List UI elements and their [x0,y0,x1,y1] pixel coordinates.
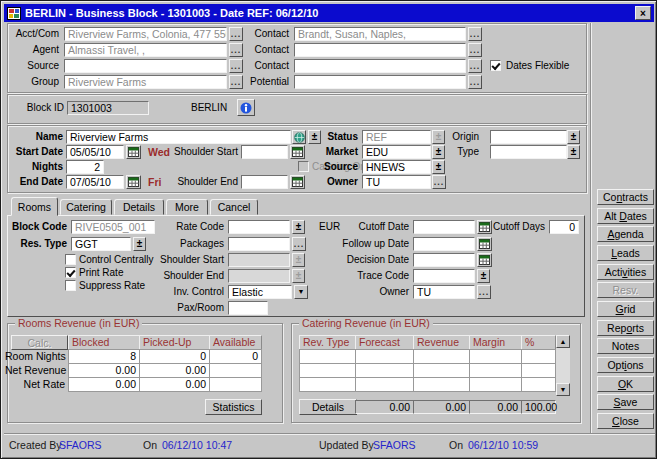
contact2-field[interactable] [294,43,466,57]
cutoff-date-field[interactable] [413,220,475,234]
acct-com-label: Acct/Com [5,27,59,41]
tab-more[interactable]: More [166,199,208,215]
contact1-lov-button[interactable]: ... [468,27,482,41]
acct-com-field: Riverview Farms, Colonia, 477 550-38 [64,27,227,41]
column-header-margin: Margin [469,335,522,350]
source-field[interactable] [64,59,227,73]
market-field[interactable]: EDU [362,145,431,159]
suppress-rate-checkbox[interactable] [65,280,76,291]
ellipsis-icon: ... [434,178,445,186]
rate-code-field[interactable] [228,220,290,234]
shoulder-end-field[interactable] [241,175,288,189]
contact3-lov-button[interactable]: ... [468,59,482,73]
follow-up-date-calendar-button[interactable] [477,237,492,251]
owner-field[interactable]: TU [362,175,431,189]
group-label: Group [5,75,59,89]
inv-control-combo-button[interactable]: ▼ [294,285,308,299]
decision-date-calendar-button[interactable] [477,253,492,267]
end-date-field[interactable]: 07/05/10 [66,175,124,189]
pax-room-field[interactable] [228,301,268,315]
column-header-revenue: Revenue [413,335,470,350]
shoulder-start-field[interactable] [241,145,288,159]
name-field[interactable]: Riverview Farms [66,130,291,144]
leads-button[interactable]: Leads [597,245,654,261]
forecast-total: 0.00 [355,400,414,414]
follow-up-date-field[interactable] [413,237,475,251]
tab-catering[interactable]: Catering [60,199,112,215]
owner-label: Owner [319,175,358,189]
packages-field[interactable] [228,237,290,251]
nights-label: Nights [9,160,63,174]
potential-field[interactable] [294,75,466,89]
packages-lov-button[interactable]: ... [292,237,306,251]
agenda-button[interactable]: Agenda [597,226,654,242]
potential-lov-button[interactable]: ... [468,75,482,89]
trace-code-dropdown-button[interactable]: ± [477,269,490,283]
end-date-calendar-button[interactable] [126,175,141,189]
dropdown-icon: ± [436,163,442,171]
type-field[interactable] [490,145,567,159]
scroll-down-button[interactable]: ▼ [556,383,570,396]
owner2-label: Owner [336,285,409,299]
title-bar[interactable]: BERLIN - Business Block - 1301003 - Date… [4,4,654,22]
business-block-window: BERLIN - Business Block - 1301003 - Date… [0,0,657,459]
inv-control-field[interactable]: Elastic [228,285,292,299]
contact1-field: Brandt, Susan, Naples, [294,27,466,41]
end-date-label: End Date [9,175,63,189]
decision-date-field[interactable] [413,253,475,267]
origin-dropdown-button[interactable]: ± [567,130,580,144]
tab-details[interactable]: Details [114,199,164,215]
room-nights-blocked-cell: 8 [68,349,140,364]
source2-field[interactable]: HNEWS [362,160,431,174]
activities-button[interactable]: Activities [597,264,654,280]
app-icon[interactable] [7,7,21,20]
shoulder-start2-dropdown-button: ± [292,253,305,267]
notes-button[interactable]: Notes [597,338,654,354]
close-button[interactable]: × [635,6,651,20]
tab-cancel[interactable]: Cancel [210,199,258,215]
nights-field[interactable]: 2 [66,160,104,174]
options-button[interactable]: Options [597,357,654,373]
name-translate-button[interactable] [292,130,306,144]
revenue-total: 0.00 [413,400,470,414]
shoulder-start-calendar-button[interactable] [290,145,305,159]
dropdown-icon: ± [312,133,318,141]
owner-lov-button[interactable]: ... [432,175,446,189]
scrollbar-track[interactable] [556,348,570,383]
alt-dates-button[interactable]: Alt Dates [597,208,654,224]
print-rate-checkbox[interactable] [65,267,76,278]
grid-button[interactable]: Grid [597,301,654,317]
save-button[interactable]: Save [597,394,654,410]
res-type-field[interactable]: GGT [71,237,131,251]
contact2-lov-button[interactable]: ... [468,43,482,57]
dropdown-icon: ± [481,272,487,280]
contact3-field[interactable] [294,59,466,73]
details-button[interactable]: Details [299,399,357,415]
origin-field[interactable] [490,130,567,144]
statistics-button[interactable]: Statistics [205,399,262,415]
type-dropdown-button[interactable]: ± [567,145,580,159]
control-centrally-checkbox[interactable] [65,254,76,265]
trace-code-field[interactable] [413,269,475,283]
property-info-button[interactable] [237,99,255,116]
start-date-field[interactable]: 05/05/10 [66,145,124,159]
res-type-dropdown-button[interactable]: ± [133,237,146,251]
scroll-up-button[interactable]: ▲ [556,335,570,348]
dates-flexible-checkbox[interactable] [490,60,501,71]
owner2-field[interactable]: TU [413,285,475,299]
contracts-button[interactable]: Contracts [597,189,654,205]
shoulder-end-calendar-button[interactable] [290,175,305,189]
tab-rooms[interactable]: Rooms [11,197,58,216]
catering-cell [469,363,522,378]
source-dropdown-button[interactable]: ± [432,160,445,174]
rate-code-dropdown-button[interactable]: ± [292,220,305,234]
reports-button[interactable]: Reports [597,320,654,336]
close-window-button[interactable]: Close [597,413,654,429]
origin-label: Origin [444,130,479,144]
ok-button[interactable]: OK [597,376,654,392]
calendar-icon [128,147,139,157]
start-date-calendar-button[interactable] [126,145,141,159]
column-header-rev-type: Rev. Type [299,335,356,350]
catering-only-checkbox [298,161,309,172]
cutoff-days-field[interactable]: 0 [549,220,579,234]
